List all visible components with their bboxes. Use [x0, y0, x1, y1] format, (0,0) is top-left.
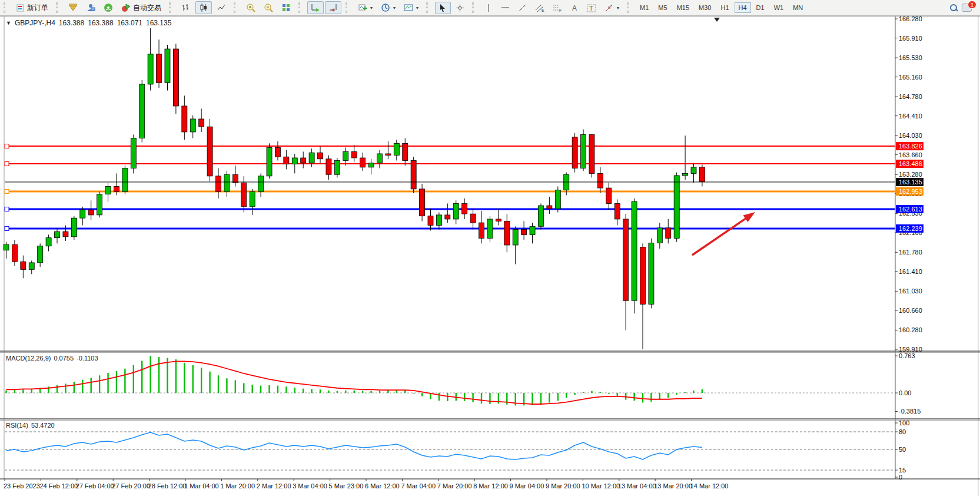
trendline-icon — [518, 4, 527, 12]
toolbar-grip — [346, 2, 351, 13]
ohlc-open: 163.388 — [59, 19, 84, 27]
hline-anchor — [5, 144, 9, 148]
auto-scroll-icon — [311, 3, 320, 12]
tab-timeframe-mn[interactable]: MN — [789, 2, 807, 13]
zoom-in-button[interactable] — [242, 1, 259, 14]
ohlc-high: 163.388 — [88, 19, 113, 27]
zoom-out-button[interactable] — [260, 1, 277, 14]
tab-timeframe-m15[interactable]: M15 — [673, 2, 693, 13]
svg-text:1 Mar 04:00: 1 Mar 04:00 — [184, 482, 219, 490]
crosshair-icon — [456, 4, 464, 12]
svg-text:80: 80 — [899, 428, 906, 435]
bar-chart-button[interactable] — [178, 1, 194, 14]
tab-timeframe-m1[interactable]: M1 — [636, 2, 653, 13]
svg-text:163.660: 163.660 — [899, 151, 922, 158]
chevron-down-icon: ▾ — [393, 5, 396, 11]
svg-text:160.660: 160.660 — [899, 307, 922, 314]
svg-text:100: 100 — [899, 419, 909, 426]
svg-text:162.239: 162.239 — [899, 225, 922, 232]
toolbar-grip — [169, 2, 175, 13]
toolbar: 新订单 自动交易 — [0, 0, 980, 16]
fibonacci-button[interactable]: F — [549, 2, 566, 14]
periods-button[interactable]: ▾ — [377, 1, 399, 14]
svg-text:166.280: 166.280 — [899, 16, 922, 22]
profile-button[interactable] — [82, 1, 99, 14]
toolbar-grip — [627, 2, 633, 13]
equidistant-channel-button[interactable]: E — [531, 2, 548, 14]
tab-timeframe-m30[interactable]: M30 — [695, 2, 715, 13]
chart-shift-button[interactable] — [325, 1, 341, 14]
chart-shift-icon — [328, 3, 338, 12]
signals-button[interactable] — [100, 1, 117, 14]
tab-timeframe-h1[interactable]: H1 — [716, 2, 733, 13]
search-button[interactable] — [946, 2, 961, 14]
ohlc-low: 163.071 — [117, 19, 142, 27]
tab-timeframe-d1[interactable]: D1 — [752, 2, 769, 13]
horizontal-line-button[interactable] — [497, 2, 513, 14]
toolbar-grip — [472, 2, 478, 13]
cursor-button[interactable] — [435, 2, 451, 14]
arrows-icon — [604, 4, 614, 12]
tile-windows-icon — [281, 3, 291, 12]
line-chart-button[interactable] — [213, 1, 230, 14]
svg-text:7 Mar 04:00: 7 Mar 04:00 — [401, 482, 436, 490]
metaeditor-button[interactable] — [65, 1, 81, 14]
svg-text:1 Mar 20:00: 1 Mar 20:00 — [220, 482, 255, 490]
templates-button[interactable]: ▾ — [400, 1, 422, 14]
terminal-window: 新订单 自动交易 — [0, 0, 980, 496]
search-icon — [949, 4, 958, 12]
svg-text:13 Mar 04:00: 13 Mar 04:00 — [618, 482, 656, 490]
svg-text:163.486: 163.486 — [899, 160, 922, 167]
macd-title: MACD(12,26,9) — [6, 355, 51, 362]
tab-timeframe-m5[interactable]: M5 — [654, 2, 671, 13]
svg-text:163.280: 163.280 — [899, 171, 922, 178]
chart-canvas[interactable]: 166.280165.910165.530165.160164.780164.4… — [0, 16, 980, 496]
text-button[interactable]: A — [567, 2, 582, 14]
trendline-button[interactable] — [514, 2, 530, 14]
svg-text:T: T — [589, 5, 593, 12]
zoom-in-icon — [246, 3, 255, 12]
hline-anchor — [5, 190, 9, 194]
tab-timeframe-w1[interactable]: W1 — [770, 2, 788, 13]
svg-text:164.780: 164.780 — [899, 93, 922, 100]
svg-text:165.910: 165.910 — [899, 35, 922, 42]
templates-icon — [404, 3, 413, 12]
chevron-down-icon: ▾ — [370, 5, 373, 11]
svg-text:28 Feb 12:00: 28 Feb 12:00 — [148, 482, 187, 490]
svg-text:165.530: 165.530 — [899, 54, 922, 61]
svg-text:160.280: 160.280 — [899, 326, 922, 333]
svg-text:24 Feb 12:00: 24 Feb 12:00 — [39, 482, 78, 490]
rsi-title: RSI(14) — [6, 422, 28, 429]
svg-text:50: 50 — [899, 446, 906, 453]
crosshair-button[interactable] — [452, 2, 468, 14]
svg-text:165.160: 165.160 — [899, 74, 922, 81]
svg-text:164.410: 164.410 — [899, 113, 922, 120]
arrows-objects-button[interactable]: ▾ — [601, 2, 623, 14]
new-order-label: 新订单 — [27, 3, 48, 13]
new-chart-button[interactable]: ▾ — [354, 1, 376, 14]
new-order-button[interactable]: 新订单 — [12, 1, 52, 15]
svg-text:7 Mar 20:00: 7 Mar 20:00 — [437, 482, 472, 490]
candlestick-chart-button[interactable] — [195, 1, 212, 14]
symbol-period-label: GBPJPY-,H4 — [15, 19, 55, 27]
notifications-button[interactable]: 1 — [962, 4, 972, 12]
toolbar-grip — [56, 2, 62, 13]
profile-icon — [86, 3, 95, 12]
svg-text:F: F — [559, 8, 562, 12]
vertical-line-button[interactable] — [481, 2, 496, 14]
text-label-button[interactable]: T — [583, 2, 600, 14]
symbol-dropdown-icon[interactable]: ▼ — [6, 20, 11, 26]
tile-windows-button[interactable] — [278, 1, 294, 14]
auto-scroll-button[interactable] — [307, 1, 324, 14]
hline-anchor — [5, 207, 9, 211]
candlestick-chart-icon — [199, 3, 208, 12]
macd-indicator-label: MACD(12,26,9) 0.0755 -0.1103 — [6, 355, 98, 362]
text-icon: A — [570, 4, 579, 12]
tab-timeframe-h4[interactable]: H4 — [735, 2, 751, 13]
svg-text:-0.3815: -0.3815 — [899, 408, 921, 415]
svg-text:14 Mar 12:00: 14 Mar 12:00 — [690, 482, 729, 490]
svg-text:2 Mar 12:00: 2 Mar 12:00 — [257, 482, 291, 490]
autotrading-button[interactable]: 自动交易 — [118, 1, 165, 15]
line-chart-icon — [217, 3, 226, 12]
text-label-icon: T — [587, 4, 596, 12]
